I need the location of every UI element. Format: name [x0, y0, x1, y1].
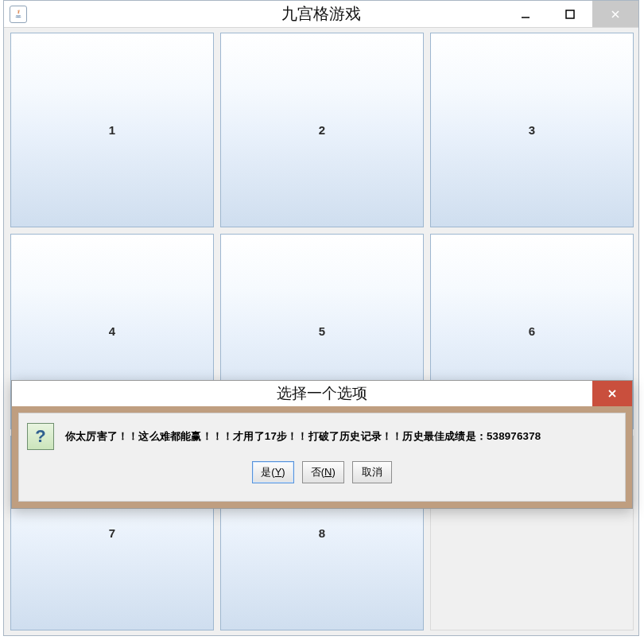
dialog-titlebar[interactable]: 选择一个选项: [12, 381, 632, 406]
no-label: 否: [311, 466, 321, 478]
tile-label: 5: [319, 324, 325, 338]
cancel-button[interactable]: 取消: [352, 461, 392, 483]
close-button[interactable]: [592, 1, 638, 27]
tile-label: 3: [529, 123, 535, 137]
message-panel: ? 你太厉害了！！这么难都能赢！！！才用了17步！！打破了历史记录！！历史最佳成…: [18, 413, 626, 502]
tile-label: 1: [109, 123, 115, 137]
tile-label: 8: [319, 526, 325, 540]
svg-rect-1: [566, 10, 574, 18]
yes-button[interactable]: 是(Y): [252, 461, 293, 483]
tile-label: 6: [529, 324, 535, 338]
puzzle-grid: 1 2 3 4 5 6 7 8: [10, 33, 634, 630]
minimize-button[interactable]: [503, 1, 548, 27]
yes-mnemonic: Y: [275, 466, 282, 478]
maximize-button[interactable]: [548, 1, 592, 27]
option-dialog: 选择一个选项 ? 你太厉害了！！这么难都能赢！！！才用了17步！！打破了历史记录…: [11, 380, 633, 509]
tile-label: 7: [109, 526, 115, 540]
tile-label: 4: [109, 324, 115, 338]
yes-label: 是: [261, 466, 271, 478]
dialog-message: 你太厉害了！！这么难都能赢！！！才用了17步！！打破了历史记录！！历史最佳成绩是…: [65, 429, 541, 444]
main-window: 九宫格游戏 1 2 3 4 5 6 7 8: [3, 0, 639, 636]
java-app-icon: [10, 6, 27, 23]
question-icon: ?: [27, 423, 54, 450]
dialog-button-row: 是(Y) 否(N) 取消: [27, 461, 617, 483]
titlebar[interactable]: 九宫格游戏: [4, 1, 638, 28]
tile-1[interactable]: 1: [10, 33, 214, 227]
tile-3[interactable]: 3: [430, 33, 634, 227]
cancel-label: 取消: [362, 466, 382, 478]
dialog-title: 选择一个选项: [12, 383, 632, 404]
tile-label: 2: [319, 123, 325, 137]
message-row: ? 你太厉害了！！这么难都能赢！！！才用了17步！！打破了历史记录！！历史最佳成…: [27, 423, 617, 450]
no-mnemonic: N: [324, 466, 332, 478]
dialog-body: ? 你太厉害了！！这么难都能赢！！！才用了17步！！打破了历史记录！！历史最佳成…: [12, 406, 632, 508]
dialog-close-button[interactable]: [592, 381, 632, 406]
tile-2[interactable]: 2: [220, 33, 424, 227]
window-controls: [503, 1, 638, 27]
no-button[interactable]: 否(N): [302, 461, 344, 483]
